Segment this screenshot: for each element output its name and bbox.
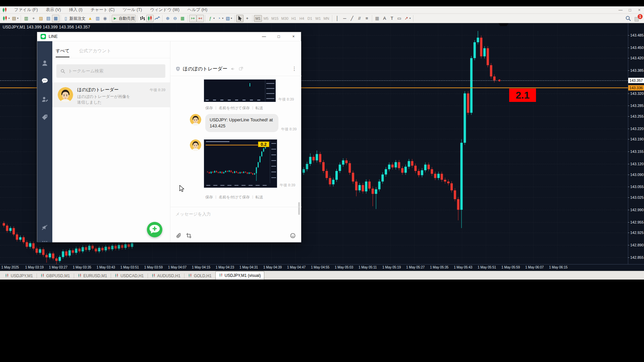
line-close-button[interactable]: × [286,32,301,41]
time-axis-label: 1 May 03:27 [49,265,67,269]
line-tab-official[interactable]: 公式アカウント [79,48,111,57]
friends-icon[interactable] [41,59,49,67]
chart-tab-label: GBPUSD,M1 [46,274,70,278]
price-axis-label: 143.485 [630,33,644,37]
price-axis-label: 143.385 [630,68,644,72]
chat-list-item[interactable]: ほのぼのトレーダー ほのぼのトレーダーが画像を送信しました 午後 8:39 [52,82,170,107]
avatar [190,139,201,151]
price-axis-label: 143.120 [630,162,644,166]
message-image-2[interactable]: 0.2 [204,139,277,188]
time-axis-label: 1 May 03:19 [25,265,44,269]
speaker-icon[interactable] [230,66,235,71]
line-title: LINE [49,34,58,39]
chart-tab-usdjpy-m1[interactable]: USDJPY,M1 [1,272,37,280]
chart-tab-icon [152,274,156,279]
chart-tab-gbpusd-m1[interactable]: GBPUSD,M1 [37,272,74,280]
time-axis-label: 1 May 03:35 [73,265,91,269]
action-separator: | [252,195,253,200]
price-tick [628,129,629,129]
message-input-placeholder: メッセージを入力 [175,211,211,217]
message-action-link[interactable]: 保存 [205,195,213,200]
time-axis-label: 1 May 05:03 [335,265,353,269]
line-minimize-button[interactable]: — [257,32,271,41]
chat-panel: ほのぼのトレーダー ⋮ 午後 8:39 保存|名前を付けて保存|転送 USDJP… [170,41,301,242]
screenshot-icon[interactable] [186,233,192,239]
open-external-icon[interactable] [238,66,244,71]
message-action-link[interactable]: 転送 [256,195,263,200]
time-axis-label: 1 May 05:59 [501,265,520,269]
chart-tab-label: USDJPY,M1 [11,274,33,278]
message-list: 午後 8:39 保存|名前を付けて保存|転送 USDJPY: UpperLine… [170,76,302,207]
time-axis-label: 1 May 05:19 [382,265,401,269]
emoji-icon[interactable] [290,233,296,239]
time-axis-label: 1 May 04:47 [287,265,306,269]
price-tick [628,48,629,48]
search-icon [60,69,65,74]
chat-search-input[interactable]: トークルーム検索 [56,64,165,78]
time-axis-label: 1 May 05:43 [454,265,472,269]
time-axis-label: 1 May 04:31 [239,265,258,269]
new-chat-button[interactable] [147,222,162,237]
message-action-link[interactable]: 転送 [256,106,263,111]
time-axis-label: 1 May 05:35 [430,265,448,269]
price-axis-label: 143.025 [630,195,644,199]
price-axis-line [628,23,628,264]
mini-alert-badge: 0.2 [258,141,269,147]
chat-header: ほのぼのトレーダー ⋮ [170,62,302,76]
alert-value-box: 2.1 [509,88,536,102]
chart-tab-bar: USDJPY,M1GBPUSD,M1EURUSD,M1USDCAD,H1AUDU… [0,271,644,280]
message-action-link[interactable]: 保存 [205,106,213,111]
price-axis-label: 142.855 [630,255,644,259]
chart-tab-audusd-h1[interactable]: AUDUSD,H1 [148,272,184,280]
notifications-off-icon[interactable] [41,224,49,231]
message-input-area[interactable]: メッセージを入力 [170,207,302,242]
time-axis-label: 1 May 06:07 [525,265,544,269]
price-axis-label: 143.320 [630,92,644,96]
menu-dots-icon[interactable]: ⋮ [292,66,297,72]
price-tick [628,210,629,210]
chart-tab-label: USDCAD,H1 [120,274,144,278]
price-tick [628,58,629,58]
price-axis-label: 142.925 [630,231,644,235]
message-image-1[interactable] [204,79,276,102]
line-maximize-button[interactable]: □ [271,32,286,41]
search-placeholder: トークルーム検索 [68,68,103,74]
chart-tab-usdcad-h1[interactable]: USDCAD,H1 [111,272,147,280]
chart-tab-usdjpy-m1-visual-[interactable]: USDJPY,M1 (visual) [215,271,265,280]
line-logo-icon [41,34,46,39]
chat-list-panel: トークルーム検索 ほのぼのトレーダー ほのぼのトレーダーが画像を送信しました 午… [52,58,170,242]
price-axis-label: 143.285 [630,104,644,108]
price-tick [628,139,629,139]
add-friend-icon[interactable] [41,96,49,103]
line-title-bar[interactable]: LINE —□× [37,32,301,41]
price-axis-label: 142.990 [630,208,644,212]
line-tab-all[interactable]: すべて [56,48,69,57]
more-icon[interactable] [41,238,49,245]
chart-tab-icon [41,274,45,279]
chart-tab-eurusd-m1[interactable]: EURUSD,M1 [74,272,111,280]
price-tick [628,175,629,175]
message-action-link[interactable]: 名前を付けて保存 [219,195,250,200]
message-time: 午後 8:39 [280,183,295,188]
chart-tab-icon [115,274,119,279]
price-axis-label: 143.420 [630,56,644,60]
chart-tab-label: EURUSD,M1 [84,274,107,278]
chart-ohlc-readout: USDJPY,M1 143.399 143.399 143.356 143.35… [3,25,90,29]
message-time: 午後 8:39 [281,127,297,132]
price-axis-label: 143.090 [630,173,644,177]
message-actions: 保存|名前を付けて保存|転送 [205,195,263,200]
message-bubble[interactable]: USDJPY: UpperLine Touched! at 143.425 [205,114,278,132]
time-axis-label: 1 May 06:15 [549,265,568,269]
avatar [58,87,73,103]
price-axis-label: 143.055 [630,185,644,189]
message-action-link[interactable]: 名前を付けて保存 [219,106,250,111]
chart-tab-gold-h1[interactable]: GOLD,H1 [184,272,215,280]
line-main: すべて公式アカウント トークルーム検索 ほのぼのトレーダー ほのぼのトレーダーが… [52,41,301,242]
chats-icon[interactable] [41,77,49,85]
chart-tab-icon [219,273,223,278]
line-sidebar [37,41,52,242]
tools-tag-icon[interactable] [41,114,49,121]
attach-icon[interactable] [176,233,182,239]
price-axis-label: 143.255 [630,114,644,118]
chat-header-name: ほのぼのトレーダー [183,66,227,72]
